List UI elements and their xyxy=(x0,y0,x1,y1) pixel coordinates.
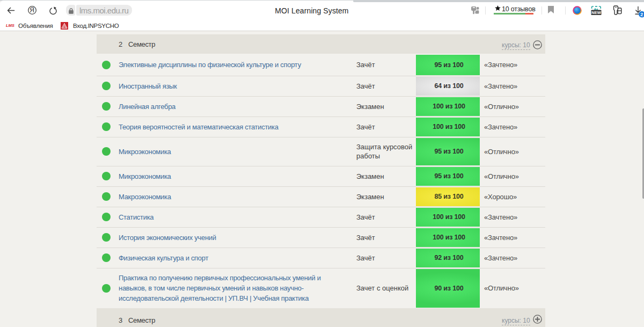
svg-text:2: 2 xyxy=(640,12,643,17)
svg-text:NEW: NEW xyxy=(591,10,601,15)
